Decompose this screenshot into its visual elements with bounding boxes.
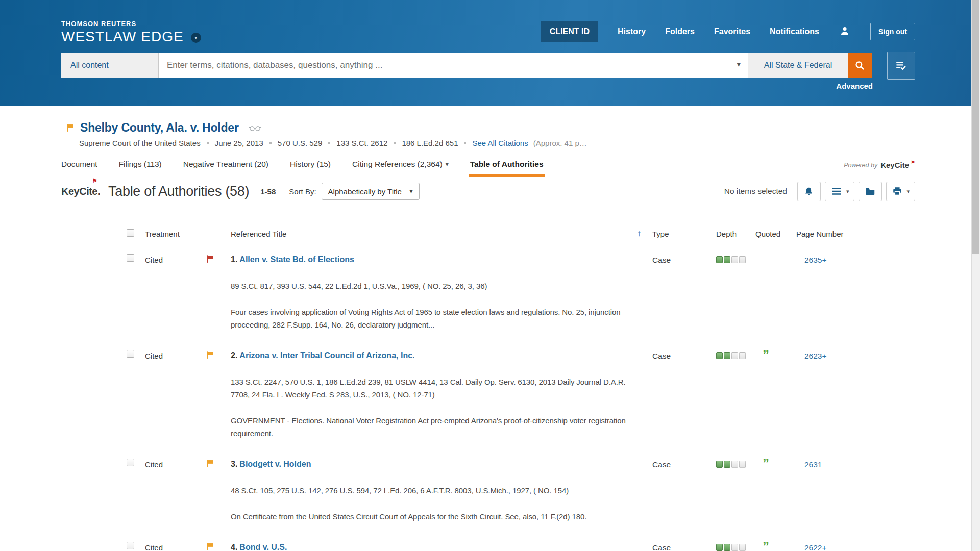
row-number: 1. [231,255,237,264]
westlaw-logo[interactable]: THOMSON REUTERS WESTLAW EDGE ▾ [61,20,201,44]
depth-indicator [716,254,755,263]
menu-lines-icon [830,185,843,197]
treatment-label: Cited [145,350,205,360]
advanced-search-link[interactable]: Advanced [836,82,873,90]
page-number-link[interactable]: 2622+ [804,543,827,551]
col-treatment: Treatment [145,230,205,238]
treatment-flag-icon [205,459,215,468]
tab-table-of-authorities[interactable]: Table of Authorities [470,160,544,177]
treatment-label: Cited [145,459,205,469]
col-page-number: Page Number [796,230,914,238]
case-description: Four cases involving application of Voti… [231,306,629,331]
sort-by-label: Sort By: [289,187,316,196]
bell-icon [803,186,814,197]
app-header: THOMSON REUTERS WESTLAW EDGE ▾ CLIENT ID… [0,0,980,106]
document-tabs: Document Filings (113) Negative Treatmen… [61,160,915,177]
decision-date: June 25, 2013 [215,139,263,147]
nav-notifications[interactable]: Notifications [770,27,819,36]
row-number: 2. [231,351,237,360]
nav-client-id[interactable]: CLIENT ID [541,21,598,42]
col-depth: Depth [716,230,755,238]
depth-indicator [716,542,755,551]
tab-document[interactable]: Document [61,160,97,177]
content-scope-dropdown[interactable]: All content [61,53,159,78]
print-download-button[interactable]: ▾ [886,182,915,201]
treatment-flag-icon [205,350,215,360]
citation-us: 570 U.S. 529 [278,139,323,147]
nav-favorites[interactable]: Favorites [714,27,750,36]
quoted-icon: ” [755,459,769,468]
quoted-icon: ” [755,542,769,551]
authorities-table: Treatment Referenced Title ↑ Type Depth … [127,229,914,551]
see-all-citations-link[interactable]: See All Citations [472,139,528,147]
keycite-logo: KeyCite.⚑ [61,186,100,197]
search-input[interactable] [159,53,748,78]
list-options-button[interactable]: ▾ [825,182,855,201]
doc-type: Case [652,350,716,361]
tab-citing-references[interactable]: Citing References (2,364) ▾ [352,160,449,177]
save-to-folder-button[interactable] [859,182,882,201]
page-title: Table of Authorities (58) [108,184,249,199]
doc-type: Case [652,542,716,551]
referenced-case-link[interactable]: Arizona v. Inter Tribal Council of Arizo… [239,351,414,360]
search-expand-icon[interactable]: ▾ [737,60,741,69]
alert-button[interactable] [797,182,821,201]
selection-status: No items selected [724,187,787,196]
depth-indicator [716,350,755,359]
page-number-link[interactable]: 2635+ [804,256,827,264]
tab-negative-treatment[interactable]: Negative Treatment (20) [183,160,268,177]
case-citation: 89 S.Ct. 817, 393 U.S. 544, 22 L.Ed.2d 1… [231,280,629,292]
authority-row: Cited 2.Arizona v. Inter Tribal Council … [127,350,914,459]
page-number-link[interactable]: 2623+ [804,352,827,360]
jurisdiction-selector[interactable]: All State & Federal [748,53,848,78]
row-checkbox[interactable] [127,459,134,466]
depth-indicator [716,459,755,468]
search-bar: All content ▾ All State & Federal [61,53,980,78]
case-citation: 133 S.Ct. 2247, 570 U.S. 1, 186 L.Ed.2d … [231,375,629,401]
authority-row: Cited 3.Blodgett v. Holden 48 S.Ct. 105,… [127,459,914,542]
tab-filings[interactable]: Filings (113) [119,160,162,177]
page-number-link[interactable]: 2631 [804,460,822,469]
referenced-case-link[interactable]: Bond v. U.S. [239,543,287,551]
sort-select-value: Alphabetically by Title [328,187,402,196]
nav-history[interactable]: History [618,27,646,36]
nav-folders[interactable]: Folders [665,27,695,36]
tab-history[interactable]: History (15) [290,160,331,177]
product-switcher-icon[interactable]: ▾ [191,33,201,43]
approx-pages: (Approx. 41 p… [533,139,587,147]
content-scope-label: All content [70,61,109,70]
col-referenced-title: Referenced Title [231,230,637,238]
chevron-down-icon: ▾ [446,161,449,169]
row-checkbox[interactable] [127,350,134,358]
sign-out-button[interactable]: Sign out [870,23,915,40]
sort-select[interactable]: Alphabetically by Title ▾ [322,183,420,200]
citation-led: 186 L.Ed.2d 651 [402,139,458,147]
folder-icon [865,186,876,197]
doc-type: Case [652,254,716,265]
scrollbar-thumb[interactable] [972,0,979,254]
case-status-flag-icon [65,123,75,133]
court-name: Supreme Court of the United States [79,139,201,147]
authority-row: Cited 1.Allen v. State Bd. of Elections … [127,254,914,350]
case-description: GOVERNMENT - Elections. National Voter R… [231,414,629,440]
reading-glasses-icon[interactable] [248,124,262,134]
search-button[interactable] [848,53,872,78]
sort-direction-icon[interactable]: ↑ [637,229,652,239]
row-checkbox[interactable] [127,542,134,549]
research-recommendations-button[interactable] [887,52,915,80]
case-citation: 48 S.Ct. 105, 275 U.S. 142, 276 U.S. 594… [231,484,629,497]
citation-sct: 133 S.Ct. 2612 [336,139,387,147]
vertical-scrollbar[interactable] [971,0,980,551]
keycite-flag-icon: ⚑ [911,160,915,165]
select-all-checkbox[interactable] [127,229,134,237]
treatment-label: Cited [145,542,205,551]
result-range: 1-58 [260,187,276,196]
row-checkbox[interactable] [127,254,134,262]
user-profile-icon[interactable] [839,25,851,39]
referenced-case-link[interactable]: Blodgett v. Holden [239,460,311,468]
referenced-case-link[interactable]: Allen v. State Bd. of Elections [239,255,354,264]
treatment-flag-icon [205,254,215,264]
quoted-icon: ” [755,350,769,359]
top-nav: CLIENT ID History Folders Favorites Noti… [541,21,915,42]
search-icon [854,60,866,71]
